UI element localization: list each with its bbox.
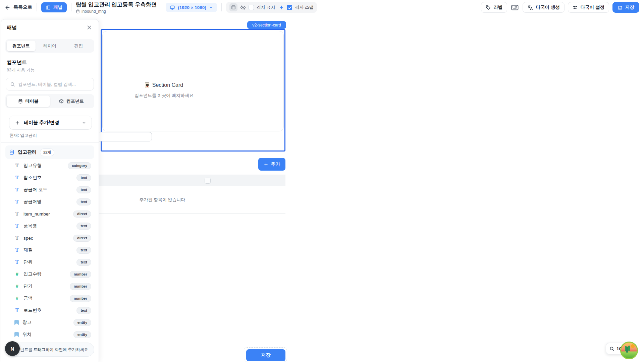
tab-components[interactable]: 컴포넌트 (7, 41, 36, 51)
tab-edit[interactable]: 편집 (64, 41, 93, 51)
field-type-badge: direct (73, 235, 91, 242)
field-type-icon: T (14, 187, 20, 192)
component-panel: 패널 컴포넌트 레이어 편집 컴포넌트 83개 사용 가능 테이블 컴포넌 (1, 19, 99, 362)
field-type-icon: T (14, 223, 20, 229)
panel-title: 패널 (7, 24, 17, 31)
eye-off-icon[interactable] (240, 5, 246, 10)
field-row[interactable]: T 단위 text (1, 256, 99, 268)
field-row[interactable]: T 재질 text (1, 244, 99, 256)
tab-components-source[interactable]: 컴포넌트 (50, 96, 93, 107)
database-icon (76, 9, 80, 13)
field-row[interactable]: # 단가 number (1, 280, 99, 292)
field-name: 창고 (22, 319, 70, 325)
panel-toggle-button[interactable]: 패널 (41, 2, 67, 12)
field-row[interactable]: T 입고유형 category (1, 160, 99, 172)
database-icon (18, 99, 23, 104)
chevron-down-icon (82, 121, 86, 125)
section-card-dropzone[interactable]: Section Card 컴포넌트를 이곳에 배치하세요 (102, 31, 284, 131)
field-type-icon: T (14, 199, 20, 204)
sliders-icon (573, 5, 578, 10)
field-type-icon (14, 332, 19, 337)
field-list: T 입고유형 category T 참조번호 text T 공급처 코드 tex… (1, 160, 99, 353)
components-section-title: 컴포넌트 (7, 59, 93, 66)
grid-show-checkbox[interactable] (249, 5, 254, 10)
field-name: spec (23, 236, 69, 241)
add-row-button[interactable]: 추가 (258, 158, 285, 171)
field-type-badge: text (76, 223, 91, 230)
canvas-save-button[interactable]: 저장 (246, 349, 285, 361)
column-divider (148, 175, 148, 186)
keyboard-shortcuts-icon[interactable] (511, 5, 519, 10)
label-button[interactable]: 라벨 (481, 2, 507, 13)
field-type-icon: T (14, 211, 20, 217)
field-type-badge: text (76, 174, 91, 181)
screen-size-selector[interactable]: (644 × 362) (166, 3, 217, 12)
close-icon[interactable] (86, 24, 93, 31)
field-row[interactable]: T 공급처 코드 text (1, 184, 99, 196)
floppy-disk-icon (618, 5, 623, 10)
field-type-badge: entity (73, 331, 91, 338)
field-name: 금액 (23, 295, 66, 301)
field-name: item_number (23, 212, 69, 217)
divider (221, 3, 222, 11)
field-name: 참조번호 (23, 175, 73, 181)
field-row[interactable]: T spec direct (1, 232, 99, 244)
box-icon (59, 99, 64, 104)
i18n-generate-button[interactable]: 다국어 생성 (523, 2, 564, 13)
field-type-badge: category (68, 162, 91, 169)
grid-snap-checkbox[interactable] (287, 5, 292, 10)
selection-tooltip: v2-section-card (247, 21, 286, 29)
field-type-badge: text (76, 259, 91, 266)
field-type-badge: text (76, 186, 91, 193)
back-arrow-icon (5, 5, 10, 10)
database-icon (9, 149, 14, 155)
current-table-label: 현재: 입고관리 (9, 133, 99, 138)
field-name: 공급처 코드 (23, 187, 73, 193)
grid-icon[interactable] (229, 3, 237, 11)
field-name: 단가 (23, 283, 66, 289)
table-group-header[interactable]: 입고관리 22개 (5, 145, 94, 159)
n-floating-badge[interactable]: N (5, 341, 20, 356)
select-all-checkbox[interactable] (205, 178, 211, 184)
field-row[interactable]: T item_number direct (1, 208, 99, 220)
field-type-icon: T (14, 259, 20, 265)
section-card-hint: 컴포넌트를 이곳에 배치하세요 (110, 93, 218, 99)
field-type-icon: T (14, 235, 20, 241)
field-name: 로트번호 (23, 307, 73, 313)
field-type-badge: entity (73, 319, 91, 326)
divider (1, 142, 99, 143)
grid-snap-label: 격자 스냅 (295, 4, 314, 10)
playing-card-icon (145, 82, 149, 88)
field-row[interactable]: # 입고수량 number (1, 268, 99, 280)
field-row[interactable]: # 금액 number (1, 292, 99, 304)
field-type-badge: text (76, 307, 91, 314)
sidebar-panel-icon (46, 5, 51, 10)
field-row[interactable]: T 품목명 text (1, 220, 99, 232)
plus-icon (264, 162, 268, 167)
search-input[interactable] (18, 82, 90, 87)
tab-layers[interactable]: 레이어 (36, 41, 64, 51)
field-type-badge: number (70, 283, 91, 290)
i18n-settings-button[interactable]: 다국어 설정 (568, 2, 609, 13)
component-search (6, 78, 94, 90)
field-row[interactable]: T 공급처명 text (1, 196, 99, 208)
field-row[interactable]: T 로트번호 text (1, 304, 99, 316)
field-name: 재질 (23, 247, 73, 253)
field-row[interactable]: T 참조번호 text (1, 172, 99, 184)
add-change-table-button[interactable]: 테이블 추가/변경 (9, 116, 92, 130)
save-button[interactable]: 저장 (612, 2, 639, 13)
source-mode-tabs: 테이블 컴포넌트 (5, 94, 94, 108)
field-row[interactable]: 창고 entity (1, 316, 99, 328)
field-name: 입고수량 (23, 271, 66, 277)
table-name: 입고관리 (18, 149, 37, 155)
field-row[interactable]: 위치 entity (1, 328, 99, 341)
field-name: 입고유형 (23, 163, 64, 169)
island-avatar-icon[interactable] (620, 342, 638, 359)
tab-tables[interactable]: 테이블 (7, 96, 50, 107)
field-type-badge: text (76, 198, 91, 205)
divider (71, 3, 71, 11)
back-to-list-button[interactable]: 목록으로 (5, 4, 32, 10)
field-name: 위치 (22, 331, 70, 338)
field-type-icon: T (14, 247, 20, 253)
field-type-badge: number (70, 295, 91, 302)
